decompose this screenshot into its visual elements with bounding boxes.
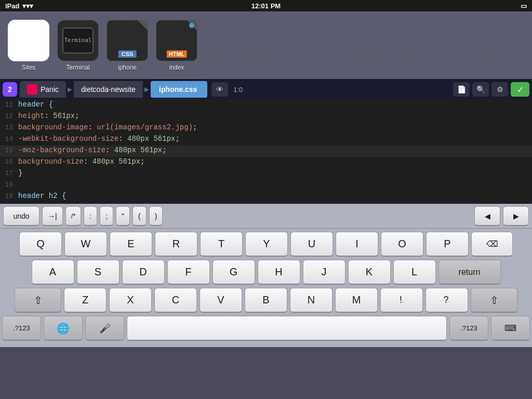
dock-item-iphone-css[interactable]: CSS iphone [107, 20, 148, 71]
comment-button[interactable]: /* [65, 206, 82, 226]
keyboard-row-3: ⇧ Z X C V B N M !, ?. ⇧ [2, 288, 530, 313]
arrow-right-button[interactable]: ▶ [503, 206, 529, 226]
key-question-period[interactable]: ?. [425, 288, 468, 313]
sites-icon [8, 20, 49, 61]
code-line-16: 16 background-size: 480px 561px; [0, 157, 532, 168]
settings-button[interactable]: ⚙ [491, 82, 508, 97]
dock-item-sites[interactable]: Sites [8, 20, 49, 71]
key-n[interactable]: N [290, 288, 332, 313]
key-z[interactable]: Z [64, 288, 107, 313]
code-line-15: 15 -moz-background-size: 480px 561px; [0, 145, 532, 157]
key-s[interactable]: S [77, 260, 119, 285]
tab-button[interactable]: →| [42, 206, 63, 226]
key-g[interactable]: G [212, 260, 255, 285]
key-j[interactable]: J [303, 260, 345, 285]
file-icon: 📄 [457, 85, 466, 94]
cursor-position: 1:0 [228, 86, 248, 94]
key-w[interactable]: W [64, 232, 107, 257]
numbers-right-key[interactable]: .?123 [449, 316, 488, 341]
arrow-left-button[interactable]: ◀ [474, 206, 500, 226]
key-b[interactable]: B [245, 288, 287, 313]
check-button[interactable]: ✓ [511, 82, 529, 97]
key-x[interactable]: X [109, 288, 152, 313]
quote-button[interactable]: " [116, 206, 130, 226]
key-k[interactable]: K [348, 260, 391, 285]
code-line-13: 13 background-image: url(images/grass2.j… [0, 123, 532, 134]
keyboard-row-4: .?123 🌐 🎤 .?123 ⌨ [2, 316, 530, 341]
status-bar: iPad ▾▾▾ 12:01 PM ▭ [0, 0, 532, 11]
battery-icon: ▭ [521, 2, 527, 10]
key-y[interactable]: Y [245, 232, 288, 257]
key-i[interactable]: I [336, 232, 378, 257]
wifi-icon: ▾▾▾ [22, 2, 33, 10]
key-r[interactable]: R [155, 232, 197, 257]
tab-badge: 2 [3, 82, 17, 97]
device-label: iPad [5, 2, 19, 10]
key-e[interactable]: E [110, 232, 152, 257]
sites-label: Sites [22, 64, 36, 71]
return-key[interactable]: return [438, 260, 501, 285]
keyboard-row-2: A S D F G H J K L return [2, 260, 530, 285]
microphone-key[interactable]: 🎤 [85, 316, 124, 341]
checkmark-icon: ✓ [517, 85, 524, 95]
keyboard: Q W E R T Y U I O P ⌫ A S D F G H J K L … [0, 229, 532, 347]
numbers-left-key[interactable]: .?123 [2, 316, 41, 341]
comment-icon: /* [71, 212, 76, 220]
shift-right-key[interactable]: ⇧ [471, 288, 517, 313]
globe-key[interactable]: 🌐 [44, 316, 83, 341]
code-line-11: 11 header { [0, 100, 532, 111]
breadcrumb-sep-1: ▶ [66, 86, 74, 93]
backspace-key[interactable]: ⌫ [471, 232, 513, 257]
undo-button[interactable]: undo [3, 206, 39, 226]
terminal-label: Terminal [66, 64, 89, 71]
close-paren-button[interactable]: ) [149, 206, 163, 226]
preview-eye-button[interactable]: 👁 [211, 82, 228, 97]
key-l[interactable]: L [393, 260, 436, 285]
tab-dietcoda[interactable]: dietcoda-newsite [74, 81, 143, 98]
key-h[interactable]: H [258, 260, 300, 285]
key-p[interactable]: P [426, 232, 469, 257]
code-line-12: 12 height: 561px; [0, 111, 532, 123]
keyboard-row-1: Q W E R T Y U I O P ⌫ [2, 232, 530, 257]
open-paren-button[interactable]: ( [132, 206, 147, 226]
file-info-button[interactable]: 📄 [453, 82, 470, 97]
keyboard-toolbar: undo →| /* : ; " ( ) ◀ ▶ [0, 204, 532, 229]
code-editor[interactable]: 11 header { 12 height: 561px; 13 backgro… [0, 100, 532, 204]
key-m[interactable]: M [335, 288, 378, 313]
code-line-18: 18 [0, 180, 532, 191]
tab-icon: →| [48, 212, 57, 220]
code-line-17: 17 } [0, 168, 532, 180]
semicolon-button[interactable]: ; [100, 206, 113, 226]
key-t[interactable]: T [200, 232, 243, 257]
key-q[interactable]: Q [19, 232, 62, 257]
breadcrumb-sep-2: ▶ [143, 86, 151, 93]
space-key[interactable] [127, 316, 447, 341]
gear-icon: ⚙ [497, 85, 503, 94]
key-v[interactable]: V [200, 288, 242, 313]
colon-button[interactable]: : [84, 206, 97, 226]
dock-item-index-html[interactable]: HTML index [156, 20, 197, 71]
search-button[interactable]: 🔍 [472, 82, 489, 97]
shift-left-key[interactable]: ⇧ [15, 288, 61, 313]
key-o[interactable]: O [381, 232, 423, 257]
code-line-19: 19 header h2 { [0, 191, 532, 203]
key-exclaim-comma[interactable]: !, [380, 288, 423, 313]
tab-right-tools: 📄 🔍 ⚙ ✓ [453, 82, 529, 97]
iphone-css-icon: CSS [107, 20, 148, 61]
key-f[interactable]: F [167, 260, 210, 285]
tab-panic[interactable]: Panic [20, 81, 66, 98]
dock-item-terminal[interactable]: Terminal Terminal [57, 20, 99, 71]
eye-icon: 👁 [216, 85, 223, 94]
key-u[interactable]: U [290, 232, 333, 257]
tab-iphone-css[interactable]: iphone.css [151, 81, 207, 98]
keyboard-hide-key[interactable]: ⌨ [491, 316, 530, 341]
key-d[interactable]: D [122, 260, 165, 285]
key-c[interactable]: C [154, 288, 197, 313]
code-line-14: 14 -webkit-background-size: 480px 561px; [0, 134, 532, 145]
search-icon: 🔍 [476, 85, 485, 94]
time-display: 12:01 PM [251, 2, 281, 10]
index-html-icon: HTML [156, 20, 197, 61]
iphone-css-label: iphone [118, 64, 137, 71]
key-a[interactable]: A [32, 260, 74, 285]
app-dock: Sites Terminal Terminal CSS iphone [0, 11, 532, 79]
